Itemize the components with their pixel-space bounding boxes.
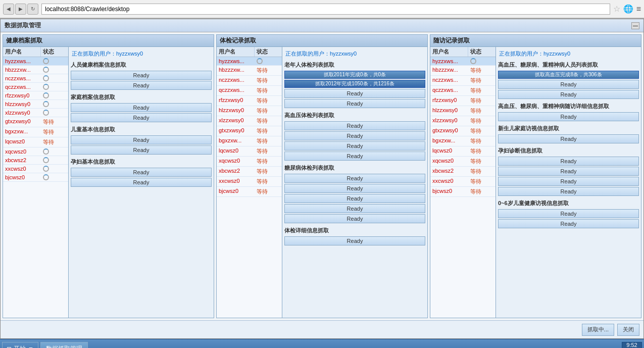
panel1-task-btn-2-0[interactable]: Ready bbox=[71, 135, 212, 144]
panel3-user-row-1[interactable]: hbzzzxw... 等待 bbox=[430, 66, 496, 76]
panel1-task-btn-1-1[interactable]: Ready bbox=[71, 113, 212, 122]
panel2-user-row-9[interactable]: lqcwsz0 等待 bbox=[217, 146, 282, 157]
panel2-user-status-5: 等待 bbox=[255, 106, 280, 116]
panel1-user-row-0[interactable]: hyzzxws... bbox=[3, 57, 68, 66]
panel2-user-row-12[interactable]: xxcwsz0 等待 bbox=[217, 177, 282, 187]
panel2-user-row-10[interactable]: xqcwsz0 等待 bbox=[217, 157, 282, 167]
panel3-task-btn-2-0[interactable]: Ready bbox=[498, 134, 639, 143]
panel3-task-btn-3-3[interactable]: Ready bbox=[498, 187, 639, 196]
start-button[interactable]: ⊞ 开始 ▼ bbox=[2, 342, 38, 349]
panel2-task-btn-0-0[interactable]: Ready bbox=[284, 89, 425, 98]
panel2-user-row-7[interactable]: gtxzxwsy0 等待 bbox=[217, 126, 282, 136]
panel2-task-btn-1-2[interactable]: Ready bbox=[284, 141, 425, 151]
panel2-progress-bar-0-0: 抓取2011年完成0条，共0条 bbox=[284, 71, 425, 79]
panel3-user-row-3[interactable]: qczzxws... 等待 bbox=[430, 86, 496, 96]
panel2-user-row-6[interactable]: xlzzxwsy0 等待 bbox=[217, 116, 282, 126]
spinner-11 bbox=[43, 157, 49, 163]
menu-icon[interactable]: ≡ bbox=[636, 5, 641, 14]
spinner-0 bbox=[43, 58, 49, 64]
close-window-button[interactable]: 关闭 bbox=[617, 324, 639, 336]
panel3-user-row-12[interactable]: xxcwsz0 等待 bbox=[430, 177, 496, 187]
panel2-user-status-9: 等待 bbox=[255, 146, 280, 156]
panel1-user-row-4[interactable]: rfzzxwsy0 bbox=[3, 91, 68, 100]
panel1-task-btn-0-0[interactable]: Ready bbox=[71, 71, 212, 80]
panel2-user-row-4[interactable]: rfzzxwsy0 等待 bbox=[217, 96, 282, 106]
panel1-user-row-6[interactable]: xlzzxwsy0 bbox=[3, 109, 68, 117]
panel2-user-row-0[interactable]: hyzzxws... bbox=[217, 57, 282, 66]
panel1-user-status-12 bbox=[41, 165, 66, 173]
panel2-user-row-8[interactable]: bgxzxw... 等待 bbox=[217, 136, 282, 146]
panel1-user-row-11[interactable]: xbcwsz2 bbox=[3, 156, 68, 165]
panel3-task-btn-0-0[interactable]: Ready bbox=[498, 80, 639, 89]
panel1-task-btn-2-1[interactable]: Ready bbox=[71, 145, 212, 155]
fetch-button[interactable]: 抓取中... bbox=[582, 324, 614, 336]
panel3-user-row-2[interactable]: nczzxws... 等待 bbox=[430, 76, 496, 86]
globe-icon[interactable]: 🌐 bbox=[623, 4, 633, 14]
panel1-user-row-5[interactable]: hlzzxwsy0 bbox=[3, 100, 68, 109]
panel1-user-row-9[interactable]: lqcwsz0 等待 bbox=[3, 137, 68, 147]
star-icon[interactable]: ☆ bbox=[613, 4, 620, 14]
panel3-task-btn-1-0[interactable]: Ready bbox=[498, 112, 639, 121]
panel1-user-row-10[interactable]: xqcwsz0 bbox=[3, 147, 68, 156]
panel1-user-row-12[interactable]: xxcwsz0 bbox=[3, 165, 68, 173]
panel2-task-btn-1-0[interactable]: Ready bbox=[284, 121, 425, 130]
panel3-task-btn-3-2[interactable]: Ready bbox=[498, 177, 639, 186]
panel1-current-user-label: 正在抓取的用户：hyzzxwsy0 bbox=[71, 49, 212, 59]
panel1-user-row-8[interactable]: bgxzxw... 等待 bbox=[3, 127, 68, 137]
panel1-user-row-13[interactable]: bjcwsz0 bbox=[3, 173, 68, 182]
panel2-task-btn-1-1[interactable]: Ready bbox=[284, 131, 425, 140]
panel3-task-btn-3-0[interactable]: Ready bbox=[498, 157, 639, 166]
panel2-task-btn-3-0[interactable]: Ready bbox=[284, 236, 425, 245]
panel1-task-btn-0-1[interactable]: Ready bbox=[71, 81, 212, 90]
panel3-user-row-0[interactable]: hyzzxws... bbox=[430, 57, 496, 66]
panel3-user-row-13[interactable]: bjcwsz0 等待 bbox=[430, 187, 496, 197]
panel1-user-row-2[interactable]: nczzxws... bbox=[3, 74, 68, 83]
minimize-button[interactable]: — bbox=[631, 22, 639, 29]
panel1-user-row-1[interactable]: hbzzzxw... bbox=[3, 66, 68, 74]
panel1-task-btn-3-0[interactable]: Ready bbox=[71, 168, 212, 177]
panel3-user-row-6[interactable]: xlzzxwsy0 等待 bbox=[430, 116, 496, 126]
taskbar-app-button[interactable]: 数据抓取管理 bbox=[40, 342, 88, 349]
panel3-user-row-4[interactable]: rfzzxwsy0 等待 bbox=[430, 96, 496, 106]
panel2-task-btn-1-3[interactable]: Ready bbox=[284, 152, 425, 161]
panel3-task-btn-3-1[interactable]: Ready bbox=[498, 167, 639, 176]
reload-button[interactable]: ↻ bbox=[27, 4, 38, 15]
panel2-user-row-11[interactable]: xbcwsz2 等待 bbox=[217, 167, 282, 177]
panel3-task-btn-4-0[interactable]: Ready bbox=[498, 209, 639, 218]
panel1-user-row-3[interactable]: qczzxws... bbox=[3, 83, 68, 91]
panel2-task-btn-2-4[interactable]: Ready bbox=[284, 214, 425, 223]
panel3-user-row-5[interactable]: hlzzxwsy0 等待 bbox=[430, 106, 496, 116]
panel2-task-btn-0-1[interactable]: Ready bbox=[284, 99, 425, 108]
panel1-task-btn-1-0[interactable]: Ready bbox=[71, 103, 212, 112]
panel3-user-row-11[interactable]: xbcwsz2 等待 bbox=[430, 167, 496, 177]
panel3-task-btn-4-1[interactable]: Ready bbox=[498, 219, 639, 228]
panel2-user-row-5[interactable]: hlzzxwsy0 等待 bbox=[217, 106, 282, 116]
panel3-user-row-8[interactable]: bgxzxw... 等待 bbox=[430, 136, 496, 146]
panel1-task-title-0: 人员健康档案信息抓取 bbox=[71, 61, 212, 69]
panel1-user-name-10: xqcwsz0 bbox=[3, 147, 41, 156]
panel2-task-btn-2-0[interactable]: Ready bbox=[284, 174, 425, 183]
p3-spinner-0 bbox=[470, 58, 476, 64]
panel1-user-row-7[interactable]: gtxzxwsy0 等待 bbox=[3, 117, 68, 127]
panel2-user-row-3[interactable]: qczzxws... 等待 bbox=[217, 86, 282, 96]
panel1-task-btn-3-1[interactable]: Ready bbox=[71, 178, 212, 187]
panel2-task-btn-2-2[interactable]: Ready bbox=[284, 194, 425, 203]
address-bar[interactable] bbox=[41, 4, 610, 15]
panel3-user-status-2: 等待 bbox=[468, 76, 493, 85]
panel2-task-btn-2-1[interactable]: Ready bbox=[284, 184, 425, 193]
panel2-task-btn-2-3[interactable]: Ready bbox=[284, 204, 425, 213]
p3-wait-1: 等待 bbox=[470, 67, 481, 74]
panel3-user-row-9[interactable]: lqcwsz0 等待 bbox=[430, 146, 496, 157]
back-button[interactable]: ◀ bbox=[3, 4, 14, 15]
forward-button[interactable]: ▶ bbox=[15, 4, 26, 15]
panel1-user-status-11 bbox=[41, 156, 66, 164]
panel2-user-row-13[interactable]: bjcwsz0 等待 bbox=[217, 187, 282, 197]
panel2-user-row-1[interactable]: hbzzzxw... 等待 bbox=[217, 66, 282, 76]
panel3-task-btn-0-1[interactable]: Ready bbox=[498, 90, 639, 99]
panel3-progress-bar-0: 抓取高血压完成8条，共306条 bbox=[498, 71, 639, 79]
panel3-user-row-10[interactable]: xqcwsz0 等待 bbox=[430, 157, 496, 167]
panel1-user-name-1: hbzzzxw... bbox=[3, 66, 41, 74]
spinner-10 bbox=[43, 148, 49, 155]
panel2-user-row-2[interactable]: nczzxws... 等待 bbox=[217, 76, 282, 86]
panel3-user-row-7[interactable]: gtxzxwsy0 等待 bbox=[430, 126, 496, 136]
